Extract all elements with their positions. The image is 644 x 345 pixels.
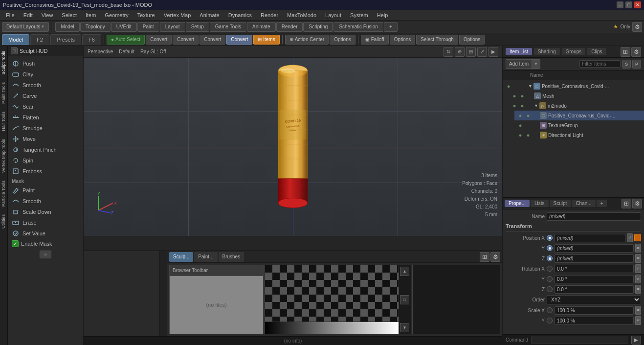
tab-scripting[interactable]: Scripting [303,22,333,32]
visibility-icon-3[interactable]: ● [516,112,524,119]
tool-smooth[interactable]: Smooth [8,80,83,91]
render-icon-1[interactable]: ● [518,92,526,100]
menu-help[interactable]: Help [373,11,392,19]
groups-tab[interactable]: Groups [562,48,586,55]
rotation-y-radio[interactable] [547,276,553,282]
clips-tab[interactable]: Clips [587,48,606,55]
menu-geometry[interactable]: Geometry [101,11,132,19]
tool-tangent-pinch[interactable]: Tangent Pinch [8,144,83,155]
orbit-icon[interactable]: ↻ [444,47,453,57]
tool-push[interactable]: Push [8,58,83,69]
item-list-settings-icon[interactable]: ⚙ [631,47,641,57]
tab2-presets[interactable]: Presets [50,34,81,45]
tab2-f2[interactable]: F2 [30,34,49,45]
bottom-tab-sculpt[interactable]: Sculp... [169,252,193,262]
expand-arrow-0[interactable]: ▼ [528,84,533,89]
side-tab-particle-tools[interactable]: Particle Tools [0,177,7,210]
item-row-light[interactable]: ● ● ☀ Directional Light [514,130,644,140]
item-row-scene[interactable]: ● ▼ □ Positive_Coronavirus_Covid-... [503,81,644,91]
tool-flatten[interactable]: Flatten [8,112,83,123]
prop-tab-chan[interactable]: Chan... [572,200,595,207]
item-row-mesh[interactable]: ● ● △ Mesh [509,91,644,101]
viewport-ray-gl[interactable]: Ray GL: Off [140,49,166,54]
prop-tab-add[interactable]: + [597,200,607,207]
position-x-radio[interactable] [547,235,553,241]
tool-smudge[interactable]: Smudge [8,123,83,134]
scale-y-input[interactable] [555,317,634,325]
menu-item[interactable]: Item [82,11,100,19]
tool-erase[interactable]: Erase [8,217,83,228]
sculpt-hud-toggle[interactable]: □ [11,47,18,54]
fit-icon[interactable]: ⊞ [466,47,476,57]
expand-arrow-2[interactable]: ▼ [534,103,538,108]
rotation-x-drag[interactable]: ⇄ [635,264,641,273]
visibility-icon-0[interactable]: ● [505,82,512,90]
position-z-radio[interactable] [547,255,553,261]
side-tab-utilities[interactable]: Utilities [0,210,7,232]
shading-tab[interactable]: Shading [534,48,560,55]
tab-game-tools[interactable]: Game Tools [210,22,246,32]
maximize-viewport-icon[interactable]: ⤢ [477,47,487,57]
item-row-covid[interactable]: ● ● ⬡ Positive_Coronavirus_Covid-... [514,111,644,120]
rotation-y-input[interactable] [555,275,634,283]
item-list-expand-icon[interactable]: ⊞ [621,47,630,57]
tab2-model[interactable]: Model [2,34,29,45]
props-expand-icon[interactable]: ⊞ [622,199,631,208]
prop-tab-properties[interactable]: Prope... [505,200,530,207]
name-input[interactable] [547,212,641,221]
scale-x-radio[interactable] [547,307,553,313]
close-button[interactable]: ✕ [634,1,641,8]
menu-dynamics[interactable]: Dynamics [224,11,256,19]
bottom-tab-paint[interactable]: Paint... [194,252,217,262]
maximize-button[interactable]: □ [625,1,632,8]
tool-spin[interactable]: Spin [8,155,83,166]
tool-scar[interactable]: Scar [8,101,83,112]
viewport-canvas[interactable]: COVID-19 Coronavirus Positive [84,58,502,236]
command-run-button[interactable]: ▶ [631,336,641,345]
visibility-icon-1[interactable]: ● [511,92,518,100]
rotation-z-input[interactable] [555,285,634,294]
add-item-button[interactable]: Add Item ▼ [506,59,540,69]
expand-tools-button[interactable]: » [8,249,83,260]
options-button-2[interactable]: Options [390,35,415,45]
tool-clay[interactable]: Clay [8,69,83,80]
convert-button-2[interactable]: Convert [173,35,199,45]
tool-set-value[interactable]: Set Value [8,228,83,239]
menu-vertex-map[interactable]: Vertex Map [160,11,195,19]
rotation-x-input[interactable] [555,265,634,273]
convert-button-4[interactable]: Convert [226,35,252,45]
convert-button-1[interactable]: Convert [146,35,172,45]
settings-button[interactable]: ⚙ [632,22,642,32]
bottom-tab-brushes[interactable]: Brushes [219,252,244,262]
filter-items-input[interactable] [579,60,621,68]
falloff-button[interactable]: ◉Falloff [361,35,389,45]
prop-tab-sculpt[interactable]: Sculpt [550,200,571,207]
tab-model[interactable]: Model [55,22,79,32]
rotation-z-drag[interactable]: ⇄ [635,285,641,294]
convert-button-3[interactable]: Convert [200,35,225,45]
scale-x-drag[interactable]: ⇄ [635,306,641,315]
tab2-f6[interactable]: F6 [82,34,101,45]
menu-file[interactable]: File [2,11,19,19]
rotation-y-drag[interactable]: ⇄ [635,275,641,283]
menu-maxtomodo[interactable]: MaxToModo [283,11,320,19]
scale-x-input[interactable] [555,306,634,315]
visibility-icon-4[interactable]: ● [516,121,524,129]
visibility-icon-5[interactable]: ● [516,131,524,139]
viewport[interactable]: Perspective Default Ray GL: Off ↻ ⊕ ⊞ ⤢ … [84,46,502,251]
viewport-settings-icon[interactable]: ▶ [489,47,498,57]
action-center-button[interactable]: ⊕Action Center [285,35,329,45]
prop-tab-lists[interactable]: Lists [531,200,549,207]
position-x-drag[interactable]: ⇄ [627,233,633,242]
tool-scale-down[interactable]: Scale Down [8,207,83,217]
options-button-1[interactable]: Options [330,35,355,45]
auto-select-button[interactable]: ●Auto Select [107,35,145,45]
scale-y-drag[interactable]: ⇄ [635,316,641,325]
options-button-3[interactable]: Options [459,35,485,45]
side-tab-vertex-map-tools[interactable]: Vertex Map Tools [0,135,7,177]
rotation-x-radio[interactable] [547,266,553,272]
order-select[interactable]: XYZ XZY YXZ [547,295,641,304]
menu-texture[interactable]: Texture [133,11,159,19]
tab-topology[interactable]: Topology [80,22,111,32]
tab-add[interactable]: + [384,22,398,32]
